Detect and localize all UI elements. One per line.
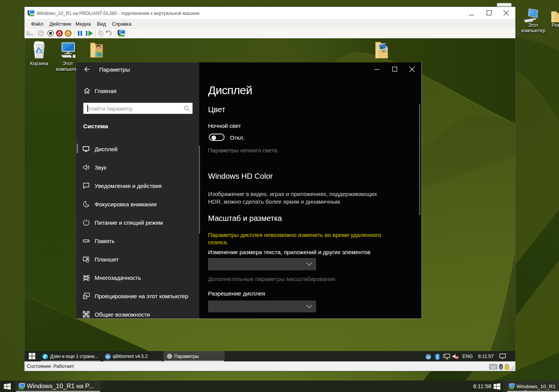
svg-text:qb: qb bbox=[106, 355, 110, 358]
svg-text:qb: qb bbox=[427, 356, 430, 359]
